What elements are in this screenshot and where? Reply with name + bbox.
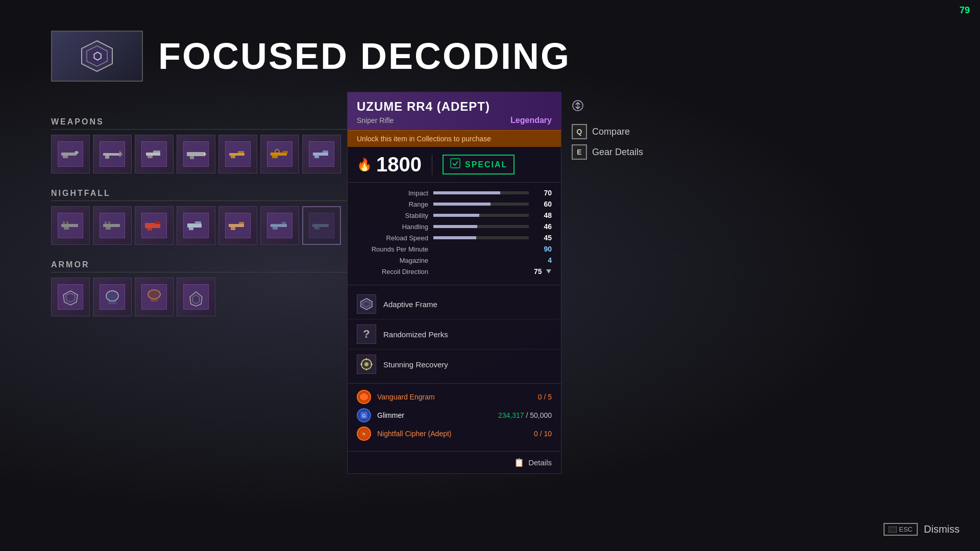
stat-impact-name: Impact (357, 189, 428, 197)
item-type-row: Sniper Rifle Legendary (357, 116, 552, 125)
svg-point-59 (364, 362, 369, 366)
compare-action[interactable]: Q Compare (572, 124, 643, 139)
stat-recoil-name: Recoil Direction (357, 268, 428, 276)
nightfall-slot-7[interactable] (302, 206, 341, 245)
svg-rect-37 (187, 223, 202, 228)
nightfall-slot-6[interactable] (260, 206, 299, 245)
nightfall-cipher-amount: 0 / 10 (534, 430, 552, 438)
svg-rect-9 (105, 156, 109, 159)
svg-marker-64 (360, 393, 368, 400)
svg-rect-69 (889, 527, 897, 533)
nightfall-slot-3[interactable] (135, 206, 174, 245)
svg-rect-32 (108, 221, 110, 224)
weapon-slot-3[interactable] (135, 135, 174, 173)
svg-text:G: G (362, 413, 365, 418)
details-text: Details (528, 458, 552, 467)
stat-impact: Impact 70 (357, 189, 552, 197)
details-icon: 📋 (514, 458, 524, 467)
svg-rect-47 (312, 224, 329, 227)
nightfall-grid (51, 206, 347, 245)
item-type: Sniper Rifle (357, 116, 394, 124)
nightfall-weapon-icon-1 (58, 213, 83, 238)
svg-rect-5 (63, 156, 68, 158)
adaptive-frame-icon (357, 294, 376, 314)
details-button[interactable]: 📋 Details (348, 452, 561, 473)
page-title: FOCUSED DECODING (158, 35, 571, 77)
svg-rect-41 (239, 222, 244, 224)
nightfall-cipher-name: Nightfall Cipher (Adept) (377, 430, 528, 438)
svg-rect-20 (283, 151, 288, 153)
stat-handling-value: 46 (534, 222, 552, 231)
armor-slot-3[interactable] (135, 278, 174, 316)
stat-stability-value: 48 (534, 211, 552, 219)
svg-point-49 (106, 291, 118, 301)
item-rarity: Legendary (510, 116, 552, 125)
flame-icon: 🔥 (357, 158, 372, 172)
svg-rect-10 (146, 153, 160, 156)
svg-rect-3 (61, 153, 77, 156)
weapon-slot-2[interactable] (93, 135, 132, 173)
vanguard-crest-icon: ⬡ (79, 38, 115, 74)
svg-rect-14 (190, 156, 194, 159)
nightfall-cipher-icon: N (357, 427, 371, 441)
compare-label: Compare (592, 127, 630, 137)
svg-rect-36 (147, 228, 152, 231)
svg-rect-16 (229, 153, 244, 156)
nightfall-slot-1[interactable] (51, 206, 90, 245)
currency-nightfall-cipher: N Nightfall Cipher (Adept) 0 / 10 (357, 427, 552, 441)
weapon-slot-5[interactable] (218, 135, 257, 173)
nightfall-slot-5[interactable] (218, 206, 257, 245)
svg-text:⬡: ⬡ (93, 51, 102, 62)
stat-impact-fill (433, 191, 500, 194)
weapon-slot-7[interactable] (302, 135, 341, 173)
armor-slot-1[interactable] (51, 278, 90, 316)
header: ⬡ FOCUSED DECODING (51, 31, 571, 82)
armor-icon-2 (100, 284, 125, 310)
svg-rect-13 (187, 152, 205, 156)
perk-randomized-name: Randomized Perks (383, 330, 448, 339)
weapon-icon-7 (309, 141, 334, 167)
svg-rect-23 (313, 153, 328, 156)
dismiss-button[interactable]: ESC Dismiss (884, 523, 960, 536)
nightfall-slot-2[interactable] (93, 206, 132, 245)
power-number: 1800 (376, 153, 422, 176)
stat-reload-speed-name: Reload Speed (357, 234, 428, 242)
right-panel: UZUME RR4 (ADEPT) Sniper Rifle Legendary… (347, 92, 567, 474)
svg-rect-21 (272, 156, 278, 158)
svg-rect-26 (61, 224, 78, 227)
armor-slot-4[interactable] (177, 278, 215, 316)
weapon-icon-5 (225, 141, 251, 167)
weapon-icon-1 (58, 141, 83, 167)
stat-rpm-name: Rounds Per Minute (357, 245, 428, 253)
nightfall-weapon-icon-2 (100, 213, 125, 238)
svg-rect-42 (231, 227, 235, 230)
perk-randomized-perks: ? Randomized Perks (348, 319, 561, 349)
svg-point-51 (148, 290, 160, 299)
weapon-slot-4[interactable] (177, 135, 215, 173)
top-right-indicator: 79 (960, 5, 970, 16)
stunning-recovery-icon (357, 355, 376, 374)
perk-stunning-recovery-name: Stunning Recovery (383, 360, 448, 369)
svg-rect-40 (229, 224, 244, 227)
weapon-slot-1[interactable] (51, 135, 90, 173)
perk-stunning-recovery: Stunning Recovery (348, 349, 561, 379)
svg-rect-44 (282, 222, 286, 224)
dismiss-label: Dismiss (924, 523, 960, 535)
weapon-slot-6[interactable] (260, 135, 299, 173)
stat-reload-speed: Reload Speed 45 (357, 234, 552, 242)
stats-section: Impact 70 Range 60 Stability (348, 183, 561, 285)
stat-recoil-value: 75 (534, 267, 552, 276)
svg-text:N: N (362, 432, 365, 436)
stat-stability: Stability 48 (357, 211, 552, 219)
currency-glimmer: G Glimmer 234,317 / 50,000 (357, 408, 552, 422)
armor-slot-2[interactable] (93, 278, 132, 316)
stat-impact-value: 70 (534, 189, 552, 197)
nightfall-weapon-icon-4 (183, 213, 209, 238)
item-card: UZUME RR4 (ADEPT) Sniper Rifle Legendary… (347, 92, 561, 474)
transfer-icon (572, 99, 584, 112)
stat-range-value: 60 (534, 200, 552, 208)
nightfall-weapon-icon-7 (309, 213, 334, 238)
gear-details-key: E (572, 144, 587, 160)
nightfall-slot-4[interactable] (177, 206, 215, 245)
gear-details-action[interactable]: E Gear Details (572, 144, 643, 160)
